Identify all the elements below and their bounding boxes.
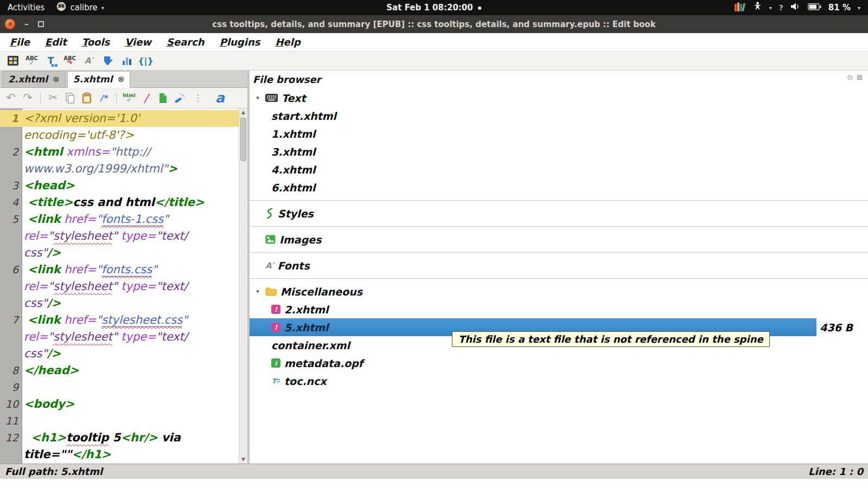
close-icon[interactable]: ⊗ [118, 74, 125, 84]
accessibility-icon[interactable] [753, 2, 762, 14]
toolbar-separator [40, 93, 41, 104]
comment-icon[interactable]: /* [97, 91, 110, 106]
category-images[interactable]: ▾Images [250, 230, 868, 248]
clock[interactable]: Sat Feb 1 08:20:00 ● [386, 3, 481, 12]
category-fonts[interactable]: ▾A′Fonts [250, 256, 868, 274]
braces-icon[interactable]: {|} [138, 53, 153, 69]
chevron-down-icon: ▾ [101, 5, 104, 11]
file-item-toc-ncx[interactable]: Ttoc.ncx [250, 372, 868, 390]
volume-icon[interactable] [790, 2, 801, 13]
file-item-6-xhtml[interactable]: 6.xhtml [250, 178, 868, 196]
category-miscellaneous[interactable]: ▾Miscellaneous [250, 282, 868, 300]
code-visual-line[interactable]: rel="stylesheet" type="text/ [0, 329, 239, 345]
insert-file-icon[interactable] [156, 91, 169, 106]
menu-file[interactable]: File [2, 35, 37, 49]
file-item-1-xhtml[interactable]: 1.xhtml [250, 125, 868, 143]
window-minimize-button[interactable]: – [24, 20, 29, 28]
code-visual-line[interactable]: 6 <link href="fonts.css" [0, 261, 239, 278]
item-label: 2.xhtml [284, 304, 329, 316]
expander-icon[interactable]: ▾ [254, 94, 261, 101]
pretty-print-icon[interactable] [173, 91, 186, 106]
file-item-metadata-opf[interactable]: imetadata.opf [250, 354, 868, 372]
system-topbar: Activities calibre ▾ Sat Feb 1 08:20:00 … [0, 0, 868, 15]
panel-close-icon[interactable]: ⊠ [857, 73, 863, 81]
chevron-down-icon: ▾ [769, 5, 772, 11]
spellcheck-icon[interactable]: ABC✓ [24, 53, 39, 69]
menu-tools[interactable]: Tools [74, 35, 118, 49]
code-visual-line[interactable]: www.w3.org/1999/xhtml"> [0, 160, 239, 177]
code-visual-line[interactable]: css"/> [0, 245, 239, 261]
menu-search[interactable]: Search [159, 35, 212, 49]
code-visual-line[interactable]: 8</head> [0, 362, 239, 379]
overflow-icon[interactable]: ⋮ [190, 91, 203, 106]
line-number: 7 [0, 312, 22, 329]
code-visual-line[interactable]: rel="stylesheet" type="text/ [0, 228, 239, 245]
code-visual-line[interactable]: title=""</h1> [0, 446, 239, 463]
chevron-down-icon[interactable]: ▾ [858, 5, 860, 11]
copy-icon[interactable] [63, 91, 76, 106]
scrollbar-thumb[interactable] [240, 118, 246, 161]
tab-5-xhtml[interactable]: 5.xhtml⊗ [67, 71, 131, 88]
item-label: 4.xhtml [271, 164, 316, 176]
svg-text:!: ! [275, 324, 278, 331]
scroll-down-icon[interactable]: ▼ [239, 455, 247, 464]
code-visual-line[interactable]: 1<?xml version='1.0' [0, 110, 239, 127]
redo-icon[interactable]: ↷ [21, 91, 34, 106]
file-item-4-xhtml[interactable]: 4.xhtml [250, 160, 868, 178]
fonts-icon[interactable]: A′ [81, 53, 96, 69]
code-editor[interactable]: 1<?xml version='1.0'encoding='utf-8'?>2<… [0, 108, 247, 464]
code-visual-line[interactable]: encoding='utf-8'?> [0, 127, 239, 144]
code-visual-line[interactable]: 10<body> [0, 396, 239, 413]
panel-float-icon[interactable]: ⊙ [847, 73, 853, 81]
code-visual-line[interactable]: css"/> [0, 295, 239, 312]
code-visual-line[interactable]: 3<head> [0, 177, 239, 194]
tab-label: 5.xhtml [73, 74, 113, 85]
code-visual-line[interactable]: 11 [0, 413, 239, 429]
close-icon[interactable]: ⊗ [53, 74, 60, 84]
slash-icon[interactable]: / [139, 91, 152, 106]
code-visual-line[interactable]: 12 <h1>tooltip 5<hr/> via [0, 429, 239, 446]
file-size: 436 B [820, 322, 853, 333]
tab-2-xhtml[interactable]: 2.xhtml⊗ [2, 71, 66, 87]
svg-text:T: T [272, 377, 278, 385]
cut-icon[interactable]: ✂ [47, 91, 60, 106]
font-a-icon[interactable]: a [207, 91, 225, 106]
menu-view[interactable]: View [117, 35, 159, 49]
menu-help[interactable]: Help [267, 35, 308, 49]
fix-html-icon[interactable]: html✓ [123, 91, 136, 106]
autofix-icon[interactable]: ABC↷ [62, 53, 77, 69]
file-item-start-xhtml[interactable]: start.xhtml [250, 107, 868, 125]
undo-icon[interactable]: ↶ [4, 91, 17, 106]
reports-icon[interactable] [119, 53, 134, 69]
file-item-2-xhtml[interactable]: !2.xhtml [250, 300, 868, 318]
scroll-up-icon[interactable]: ▲ [239, 108, 247, 117]
window-close-button[interactable]: ✕ [5, 19, 15, 29]
code-visual-line[interactable]: 9 [0, 379, 239, 396]
window-restore-button[interactable] [38, 21, 44, 27]
beautify-icon[interactable] [100, 53, 115, 69]
code-visual-line[interactable]: 7 <link href="stylesheet.css" [0, 312, 239, 329]
activities-button[interactable]: Activities [8, 3, 44, 12]
category-text[interactable]: ▾Text [250, 89, 868, 107]
paste-icon[interactable] [80, 91, 93, 106]
menu-edit[interactable]: Edit [37, 35, 74, 49]
menubar: FileEditToolsViewSearchPluginsHelp [0, 33, 868, 52]
window-titlebar: ✕ – css tooltips, details, and summary [… [0, 15, 868, 33]
snippets-icon[interactable]: T▪▪ [43, 53, 58, 69]
code-visual-line[interactable]: css"/> [0, 345, 239, 362]
item-label: Miscellaneous [280, 286, 362, 298]
code-visual-line[interactable]: rel="stylesheet" type="text/ [0, 278, 239, 295]
code-visual-line[interactable]: 4 <title>css and html</title> [0, 194, 239, 211]
menu-plugins[interactable]: Plugins [212, 35, 268, 49]
calibre-library-icon[interactable] [734, 2, 746, 14]
code-visual-line[interactable]: 5 <link href="fonts-1.css" [0, 211, 239, 228]
code-visual-line[interactable]: 2<html xmlns="http:// [0, 144, 239, 160]
editor-scrollbar[interactable]: ▲ ▼ [239, 108, 247, 464]
help-icon[interactable]: ? [779, 3, 783, 12]
app-menu[interactable]: calibre ▾ [56, 2, 104, 14]
file-item-3-xhtml[interactable]: 3.xhtml [250, 143, 868, 160]
item-label: 1.xhtml [271, 128, 316, 140]
check-book-icon[interactable] [5, 53, 20, 69]
expander-icon[interactable]: ▾ [254, 288, 261, 295]
category-styles[interactable]: ▾Styles [250, 204, 868, 222]
